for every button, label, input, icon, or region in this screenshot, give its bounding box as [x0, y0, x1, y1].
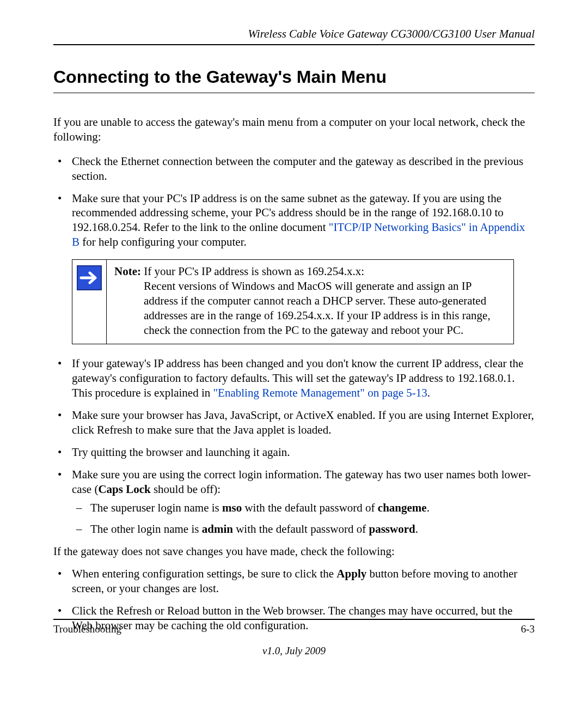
note-icon-cell	[72, 260, 107, 344]
bold-run: changeme	[378, 501, 427, 514]
page-footer: Troubleshooting 6-3 v1.0, July 2009	[53, 619, 535, 657]
sub-list: The superuser login name is mso with the…	[72, 501, 535, 537]
note-text: Note: If your PC's IP address is shown a…	[107, 260, 514, 344]
bullet-list-1: Check the Ethernet connection between th…	[53, 154, 535, 249]
manual-page: Wireless Cable Voice Gateway CG3000/CG31…	[0, 0, 588, 706]
footer-section-name: Troubleshooting	[53, 623, 121, 635]
text-run: should be off):	[151, 483, 221, 496]
text-run: with the default password of	[233, 522, 369, 535]
footer-version: v1.0, July 2009	[53, 645, 535, 657]
list-item: Make sure that your PC's IP address is o…	[53, 191, 535, 250]
list-item: The superuser login name is mso with the…	[72, 501, 535, 515]
text-run: The superuser login name is	[90, 501, 222, 514]
text-run: .	[415, 522, 418, 535]
text-run: The other login name is	[90, 522, 202, 535]
list-item: The other login name is admin with the d…	[72, 522, 535, 537]
bullet-list-2: If your gateway's IP address has been ch…	[53, 356, 535, 537]
cross-ref-link[interactable]: "Enabling Remote Management" on page 5-1…	[213, 386, 427, 399]
list-item: Try quitting the browser and launching i…	[53, 445, 535, 460]
list-item: Make sure your browser has Java, JavaScr…	[53, 408, 535, 437]
bold-run: Caps Lock	[98, 483, 150, 496]
arrow-right-icon	[77, 265, 102, 290]
text-run: for help configuring your computer.	[79, 235, 247, 248]
intro-paragraph: If you are unable to access the gateway'…	[53, 115, 535, 144]
text-run: When entering configuration settings, be…	[72, 567, 336, 580]
text-run: .	[427, 501, 430, 514]
running-header: Wireless Cable Voice Gateway CG3000/CG31…	[53, 27, 535, 45]
bold-run: Apply	[336, 567, 366, 580]
bold-run: mso	[222, 501, 242, 514]
list-item: Check the Ethernet connection between th…	[53, 154, 535, 184]
section-heading: Connecting to the Gateway's Main Menu	[53, 67, 535, 93]
text-run: .	[427, 386, 430, 399]
paragraph: If the gateway does not save changes you…	[53, 544, 535, 559]
list-item: If your gateway's IP address has been ch…	[53, 356, 535, 400]
bold-run: password	[369, 522, 415, 535]
page-number: 6-3	[521, 623, 535, 635]
note-label: Note:	[114, 265, 141, 278]
text-run: with the default password of	[242, 501, 378, 514]
note-line1: If your PC's IP address is shown as 169.…	[141, 265, 364, 278]
bold-run: admin	[202, 522, 233, 535]
list-item: Make sure you are using the correct logi…	[53, 467, 535, 537]
note-box: Note: If your PC's IP address is shown a…	[72, 259, 514, 344]
note-body: Recent versions of Windows and MacOS wil…	[114, 279, 506, 338]
list-item: When entering configuration settings, be…	[53, 567, 535, 596]
